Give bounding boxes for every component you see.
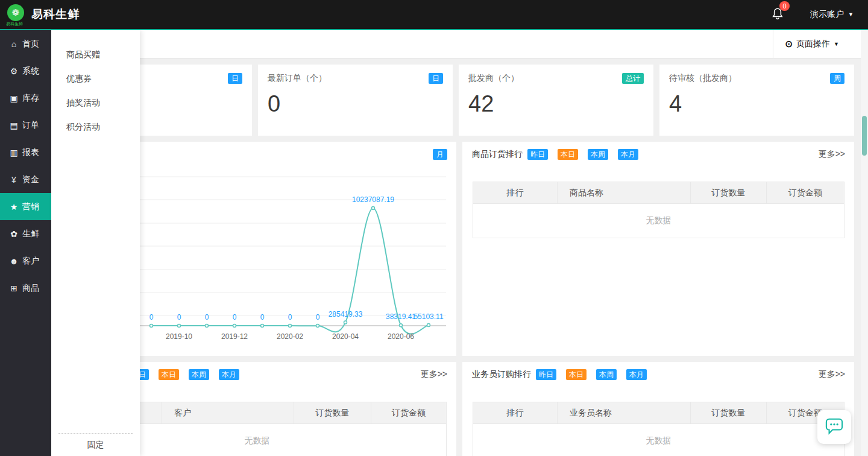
table-row-empty: 无数据 [473,424,844,456]
fresh-icon: ✿ [8,229,19,239]
tab-yesterday[interactable]: 昨日 [536,369,556,380]
notification-bell[interactable]: 0 [772,7,784,23]
sidebar-item-products[interactable]: ⊞ 商品 [0,274,51,302]
account-label: 演示账户 [810,9,844,20]
period-badge: 日 [228,73,242,84]
panel-title: 业务员订购排行 [472,369,531,380]
col-order-amount: 订货金额 [371,402,447,424]
svg-text:2019-12: 2019-12 [221,332,248,341]
sidebar-item-orders[interactable]: ▤ 订单 [0,112,51,139]
main-content: ⊙ 页面操作 ▼ 日 最新订单（个） 日 0 批发商（个） 总计 42 [51,30,868,456]
star-icon: ★ [8,202,19,212]
tab-week[interactable]: 本周 [596,369,617,380]
col-order-amount: 订货金额 [767,182,844,204]
top-bar: ❁ 易科生鲜 易科生鲜 0 演示账户 ▼ [0,0,868,30]
scrollbar-thumb[interactable] [862,116,867,156]
svg-text:0: 0 [233,313,237,321]
page-actions-label: 页面操作 [796,39,830,49]
tab-month[interactable]: 本月 [618,149,638,160]
sidebar-item-reports[interactable]: ▥ 报表 [0,139,51,166]
product-icon: ⊞ [8,283,19,293]
period-badge-month: 月 [433,149,447,160]
order-icon: ▤ [8,121,19,130]
svg-text:55103.11: 55103.11 [414,312,443,321]
stat-card-label: 最新订单（个） [268,73,327,84]
stat-card-label: 待审核（批发商） [669,73,737,84]
svg-text:38319.41: 38319.41 [386,312,416,321]
submenu-item-buy-gift[interactable]: 商品买赠 [51,42,140,66]
tab-month[interactable]: 本月 [219,369,239,380]
sidebar-item-marketing[interactable]: ★ 营销 [0,193,51,220]
tab-week[interactable]: 本周 [189,369,209,380]
bell-icon [772,12,784,22]
stat-card-value: 42 [468,91,644,117]
tab-today[interactable]: 本日 [558,149,578,160]
product-ranking-table: 排行 商品名称 订货数量 订货金额 无数据 [473,182,844,238]
panel-title: 商品订货排行 [472,149,523,160]
svg-text:0: 0 [288,313,292,321]
col-customer: 客户 [162,402,294,424]
sidebar-item-fresh[interactable]: ✿ 生鲜 [0,220,51,247]
account-menu[interactable]: 演示账户 ▼ [810,9,854,20]
product-ranking-panel: 商品订货排行 昨日 本日 本周 本月 更多>> 排行 商品名称 订货数量 订货金… [462,142,854,356]
sidebar-nav: ⌂ 首页 ⚙ 系统 ▣ 库存 ▤ 订单 ▥ 报表 ¥ 资金 ★ 营销 ✿ 生鲜 … [0,30,51,456]
page-scrollbar [861,30,868,456]
svg-text:0: 0 [177,313,181,321]
notification-badge: 0 [779,1,790,11]
submenu-item-lottery[interactable]: 抽奖活动 [51,90,140,115]
tab-month[interactable]: 本月 [626,369,647,380]
sidebar-item-customers[interactable]: ☻ 客户 [0,247,51,274]
more-link[interactable]: 更多>> [421,369,447,380]
marketing-submenu: 商品买赠 优惠券 抽奖活动 积分活动 固定 [51,30,140,456]
sidebar-item-label: 生鲜 [22,229,39,239]
stat-card-wholesalers: 批发商（个） 总计 42 [459,65,653,136]
logo-subtext: 易科生鲜 [6,21,23,27]
tab-today[interactable]: 本日 [566,369,587,380]
svg-text:2020-06: 2020-06 [388,332,414,341]
submenu-pin-button[interactable]: 固定 [58,433,133,456]
col-order-qty: 订货数量 [294,402,371,424]
more-link[interactable]: 更多>> [819,369,845,380]
sidebar-item-label: 订单 [22,120,39,131]
page-toolbar: ⊙ 页面操作 ▼ [51,30,868,59]
app-title: 易科生鲜 [31,7,80,22]
svg-text:0: 0 [316,313,320,321]
col-rank: 排行 [473,182,558,204]
tab-today[interactable]: 本日 [159,369,179,380]
report-icon: ▥ [8,148,19,157]
home-icon: ⌂ [8,39,19,49]
page-actions-button[interactable]: ⊙ 页面操作 ▼ [773,30,868,58]
svg-text:285419.33: 285419.33 [329,310,363,318]
gear-icon: ⚙ [8,66,19,76]
stat-card-label: 批发商（个） [468,73,519,84]
inventory-icon: ▣ [8,93,19,103]
sidebar-item-funds[interactable]: ¥ 资金 [0,166,51,193]
customer-icon: ☻ [8,256,19,266]
sidebar-item-label: 商品 [22,283,39,294]
tab-yesterday[interactable]: 昨日 [527,149,548,160]
period-badge: 日 [429,73,443,84]
sidebar-item-home[interactable]: ⌂ 首页 [0,30,51,57]
total-badge: 总计 [622,73,644,84]
salesman-ranking-panel: 业务员订购排行 昨日 本日 本周 本月 更多>> 排行 业务员名称 订货数量 订… [462,362,854,456]
tab-week[interactable]: 本周 [588,149,608,160]
sidebar-item-system[interactable]: ⚙ 系统 [0,57,51,84]
stat-card-pending-review: 待审核（批发商） 周 4 [659,65,854,136]
col-product-name: 商品名称 [558,182,691,204]
more-link[interactable]: 更多>> [819,149,845,160]
svg-text:0: 0 [149,313,154,321]
app-logo: ❁ 易科生鲜 [7,4,25,25]
sidebar-item-label: 库存 [22,93,39,104]
logo-icon: ❁ [7,4,24,21]
period-badge: 周 [830,73,844,84]
period-tabs: 昨日 本日 本周 本月 [527,149,638,160]
empty-placeholder: 无数据 [473,204,844,238]
chat-widget-button[interactable] [817,410,851,444]
submenu-item-coupons[interactable]: 优惠券 [51,66,140,90]
period-tabs: 昨日 本日 本周 本月 [536,369,647,380]
sidebar-item-inventory[interactable]: ▣ 库存 [0,84,51,112]
submenu-item-points[interactable]: 积分活动 [51,115,140,139]
sidebar-item-label: 系统 [22,66,39,77]
col-salesman-name: 业务员名称 [558,402,691,424]
chat-bubble-icon [825,417,844,437]
